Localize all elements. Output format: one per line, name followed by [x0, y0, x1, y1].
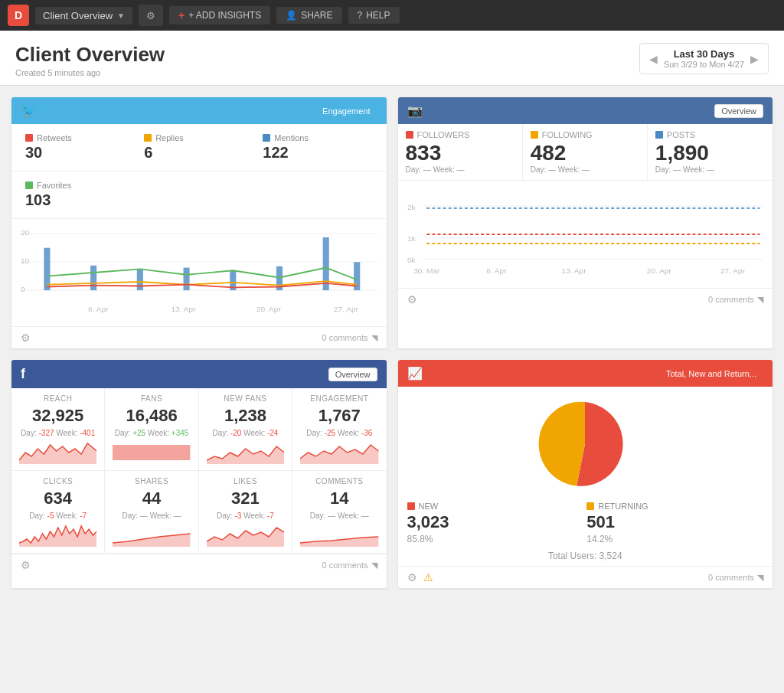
mentions-value: 122: [263, 144, 372, 162]
svg-text:27. Apr: 27. Apr: [720, 266, 746, 274]
instagram-comments-icon: ◥: [757, 295, 763, 305]
instagram-gear-icon[interactable]: ⚙: [407, 293, 417, 306]
replies-label: Replies: [155, 133, 184, 142]
wildfire-icon: 📈: [407, 366, 423, 381]
twitter-icon: 🐦: [21, 103, 36, 118]
fb-shares-label: SHARES: [113, 477, 190, 485]
wildfire-warning-icon: ⚠: [423, 571, 433, 583]
date-range-title: Last 30 Days: [664, 48, 744, 60]
settings-button[interactable]: ⚙: [139, 5, 163, 26]
mentions-label: Mentions: [274, 133, 309, 142]
fb-shares-spark: [113, 520, 190, 547]
facebook-top-metrics: REACH 32,925 Day: -327 Week: -401 FANS 1…: [11, 388, 387, 471]
svg-rect-12: [323, 237, 329, 290]
fb-newfans-value: 1,238: [207, 406, 284, 426]
date-next-button[interactable]: ▶: [750, 53, 759, 65]
date-prev-button[interactable]: ◀: [649, 53, 658, 65]
fb-reach-spark: [19, 437, 96, 464]
wildfire-legend: NEW 3,023 85.8% RETURNING 501 14.2%: [398, 502, 773, 551]
favorites-metric: Favorites 103: [21, 178, 76, 212]
retweets-value: 30: [25, 144, 135, 162]
ig-following-dot: [531, 131, 538, 139]
facebook-widget: f Overview REACH 32,925 Day: -327 Week: …: [11, 360, 387, 588]
favorites-dot: [25, 181, 33, 189]
share-icon: 👤: [286, 10, 297, 21]
top-nav: D Client Overview ▼ ⚙ + + ADD INSIGHTS 👤…: [0, 0, 784, 31]
svg-rect-7: [90, 266, 96, 290]
wildfire-gear-icon[interactable]: ⚙: [407, 571, 417, 583]
fb-likes-cell: LIKES 321 Day: -3 Week: -7: [199, 471, 292, 554]
twitter-chart: 20 10 0 6. Apr 13. Apr: [11, 219, 387, 326]
svg-text:6. Apr: 6. Apr: [88, 305, 109, 312]
svg-text:20. Apr: 20. Apr: [256, 305, 282, 312]
instagram-comments: 0 comments ◥: [708, 295, 763, 305]
wf-new-dot: [407, 502, 415, 510]
twitter-gear-icon[interactable]: ⚙: [21, 332, 31, 344]
fb-clicks-change: Day: -5 Week: -7: [19, 512, 96, 520]
instagram-widget: 📷 Overview FOLLOWERS 833 Day: — Week: — …: [398, 97, 773, 348]
ig-posts-dayweek: Day: — Week: —: [655, 165, 765, 174]
fb-engagement-label: ENGAGEMENT: [300, 394, 378, 403]
replies-dot: [144, 134, 152, 142]
help-icon: ?: [358, 10, 363, 21]
mentions-dot: [263, 134, 270, 142]
fb-fans-cell: FANS 16,486 Day: +25 Week: +345: [105, 388, 198, 471]
facebook-widget-header: f Overview: [11, 360, 387, 388]
fb-comments-cell: COMMENTS 14 Day: — Week: —: [292, 471, 386, 554]
page-header: Client Overview Created 5 minutes ago ◀ …: [0, 31, 784, 86]
fb-comments-value: 14: [300, 489, 378, 508]
replies-value: 6: [144, 144, 253, 162]
ig-following-metric: FOLLOWING 482 Day: — Week: —: [523, 124, 648, 180]
instagram-comments-text: 0 comments: [708, 295, 754, 304]
fb-clicks-cell: CLICKS 634 Day: -5 Week: -7: [11, 471, 105, 554]
ig-posts-metric: POSTS 1,890 Day: — Week: —: [648, 124, 773, 180]
wildfire-pie-svg: [535, 394, 635, 494]
date-range-sub: Sun 3/29 to Mon 4/27: [664, 60, 744, 69]
wildfire-widget-header: 📈 Total, New and Return...: [398, 360, 773, 387]
help-label: HELP: [366, 10, 390, 21]
facebook-icon: f: [21, 366, 25, 382]
ig-following-label: FOLLOWING: [542, 130, 593, 139]
fb-reach-cell: REACH 32,925 Day: -327 Week: -401: [11, 388, 105, 471]
wildfire-widget-footer: ⚙ ⚠ 0 comments ◥: [398, 566, 773, 588]
add-insights-button[interactable]: + + ADD INSIGHTS: [169, 6, 270, 25]
share-button[interactable]: 👤 SHARE: [276, 7, 341, 24]
twitter-comments-text: 0 comments: [322, 333, 368, 342]
fb-reach-value: 32,925: [19, 406, 96, 426]
instagram-widget-header: 📷 Overview: [398, 97, 773, 124]
wildfire-pie-container: [398, 387, 773, 502]
nav-logo: D: [8, 5, 29, 26]
help-button[interactable]: ? HELP: [348, 7, 400, 24]
instagram-overview-badge[interactable]: Overview: [714, 104, 763, 118]
favorites-label: Favorites: [37, 181, 71, 190]
plus-icon: +: [178, 9, 185, 21]
fb-fans-label: FANS: [113, 394, 190, 403]
wildfire-widget: 📈 Total, New and Return... NEW: [398, 360, 773, 588]
replies-metric: Replies 6: [139, 130, 258, 165]
facebook-overview-badge[interactable]: Overview: [328, 368, 377, 381]
page-subtitle: Created 5 minutes ago: [15, 68, 165, 77]
fb-shares-cell: SHARES 44 Day: — Week: —: [105, 471, 198, 554]
svg-text:13. Apr: 13. Apr: [171, 305, 196, 312]
twitter-comments-icon: ◥: [371, 333, 377, 343]
ig-followers-dot: [406, 131, 413, 139]
fb-fans-change: Day: +25 Week: +345: [113, 429, 190, 437]
facebook-comments-icon: ◥: [371, 561, 377, 570]
twitter-widget-footer: ⚙ 0 comments ◥: [11, 326, 387, 348]
fb-reach-label: REACH: [19, 394, 96, 403]
wildfire-returning-item: RETURNING 501 14.2%: [586, 502, 763, 544]
fb-reach-change: Day: -327 Week: -401: [19, 429, 96, 437]
wildfire-badge[interactable]: Total, New and Return...: [659, 367, 763, 381]
twitter-widget: 🐦 Engagement Retweets 30 Replies 6: [11, 97, 387, 348]
instagram-chart: 2k 1k 0k 30. Mar 6. Apr 13. Apr 20. Apr …: [398, 181, 773, 288]
fb-clicks-value: 634: [19, 489, 96, 508]
twitter-widget-header: 🐦 Engagement: [11, 97, 387, 124]
fb-newfans-label: NEW FANS: [207, 394, 284, 403]
nav-title-button[interactable]: Client Overview ▼: [35, 7, 132, 25]
fb-newfans-change: Day: -20 Week: -24: [207, 429, 284, 437]
facebook-gear-icon[interactable]: ⚙: [21, 559, 31, 571]
twitter-engagement-badge[interactable]: Engagement: [315, 104, 377, 118]
date-range-selector[interactable]: ◀ Last 30 Days Sun 3/29 to Mon 4/27 ▶: [639, 43, 769, 74]
instagram-widget-footer: ⚙ 0 comments ◥: [398, 288, 773, 310]
fb-comments-change: Day: — Week: —: [300, 512, 378, 520]
